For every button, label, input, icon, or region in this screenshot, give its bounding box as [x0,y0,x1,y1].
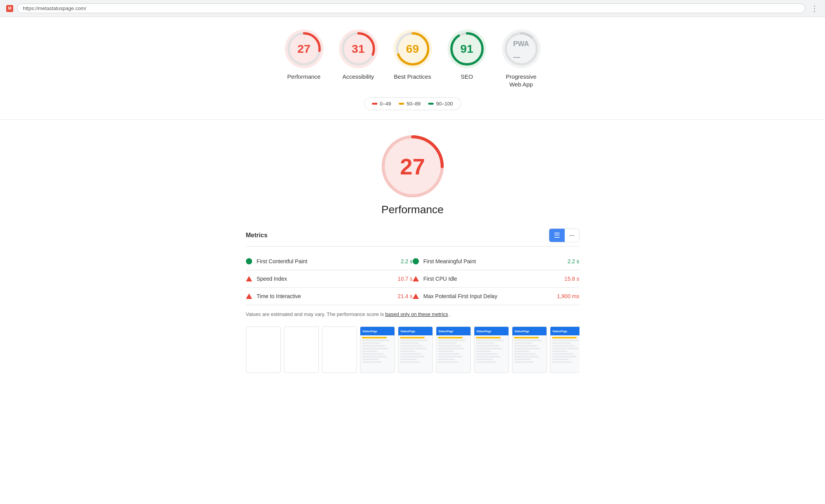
metric-icon-mpfid [413,293,419,299]
metric-name-fci: First CPU Idle [424,276,560,282]
metric-icon-tti [246,293,252,299]
disclaimer: Values are estimated and may vary. The p… [246,311,579,317]
filmstrip: StatusPage StatusPage [246,326,579,373]
score-best-practices[interactable]: 69 Best Practices [393,29,432,81]
metrics-grid: First Contentful Paint2.2 sFirst Meaning… [246,253,579,305]
metric-value-si: 10.7 s [398,276,412,282]
scores-row: 27 Performance 31 Accessibility 69 Best … [285,29,541,88]
metric-icon-fci [413,276,419,281]
metric-name-fcp: First Contentful Paint [257,258,396,264]
metrics-header: Metrics ☰ ─ [246,228,579,247]
legend-dot-medium [399,103,404,105]
filmstrip-frame-loaded: StatusPage [436,326,471,373]
metric-row-si: Speed Index10.7 s [246,270,413,288]
score-value-seo: 91 [460,42,473,55]
legend-item-high: 90–100 [428,101,453,107]
score-circle-performance: 27 [285,29,323,68]
score-pwa[interactable]: PWA— ProgressiveWeb App [502,29,541,88]
metric-name-mpfid: Max Potential First Input Delay [424,293,552,299]
metric-value-fcp: 2.2 s [401,258,412,264]
metric-value-fci: 15.8 s [564,276,579,282]
browser-chrome: M https://metastatuspage.com/ ⋮ [0,0,825,17]
metric-row-fmp: First Meaningful Paint2.2 s [413,253,579,270]
metric-icon-fcp [246,258,252,264]
filmstrip-frame-loaded: StatusPage [550,326,579,373]
big-score-label: Performance [381,204,443,216]
score-label-accessibility: Accessibility [342,73,374,81]
filmstrip-frame-empty [246,326,281,373]
score-value-performance: 27 [297,42,310,55]
disclaimer-link[interactable]: based only on these metrics [385,311,448,317]
metric-icon-si [246,276,252,281]
filmstrip-frame-empty [322,326,357,373]
main-content: 27 Performance Metrics ☰ ─ First Content… [238,120,587,388]
metric-row-tti: Time to Interactive21.4 s [246,288,413,305]
score-performance[interactable]: 27 Performance [285,29,323,81]
score-accessibility[interactable]: 31 Accessibility [339,29,378,81]
score-value-accessibility: 31 [352,42,365,55]
score-circle-accessibility: 31 [339,29,378,68]
list-view-toggle[interactable]: ─ [565,229,579,242]
metrics-title: Metrics [246,232,268,239]
filmstrip-frame-loaded: StatusPage [512,326,547,373]
score-circle-seo: 91 [448,29,486,68]
grid-view-toggle[interactable]: ☰ [549,229,565,242]
legend-item-low: 0–49 [372,101,391,107]
filmstrip-frame-empty [284,326,319,373]
metric-name-tti: Time to Interactive [257,293,393,299]
filmstrip-frame-loaded: StatusPage [474,326,509,373]
browser-menu-icon[interactable]: ⋮ [811,4,819,13]
url-bar[interactable]: https://metastatuspage.com/ [17,3,805,13]
metric-row-fci: First CPU Idle15.8 s [413,270,579,288]
metric-row-fcp: First Contentful Paint2.2 s [246,253,413,270]
legend-dot-low [372,103,377,105]
big-score-value: 27 [400,154,425,180]
big-score-section: 27 Performance [246,135,579,216]
score-circle-best-practices: 69 [393,29,432,68]
score-label-performance: Performance [287,73,321,81]
metrics-section: Metrics ☰ ─ First Contentful Paint2.2 sF… [246,228,579,317]
metric-icon-fmp [413,258,419,264]
legend-label-medium: 50–89 [406,101,420,107]
score-circle-pwa: PWA— [502,29,541,68]
score-label-best-practices: Best Practices [394,73,431,81]
big-score-circle: 27 [382,135,444,197]
metric-value-tti: 21.4 s [398,293,412,299]
metric-name-fmp: First Meaningful Paint [424,258,563,264]
filmstrip-frame-loaded: StatusPage [398,326,433,373]
legend-dot-high [428,103,434,105]
metric-row-mpfid: Max Potential First Input Delay1,900 ms [413,288,579,305]
score-label-seo: SEO [461,73,473,81]
score-value-best-practices: 69 [406,42,419,55]
score-label-pwa: ProgressiveWeb App [506,73,536,88]
metric-value-mpfid: 1,900 ms [557,293,579,299]
legend-item-medium: 50–89 [399,101,420,107]
legend-label-low: 0–49 [380,101,391,107]
scores-section: 27 Performance 31 Accessibility 69 Best … [0,17,825,120]
favicon: M [6,5,13,12]
legend-label-high: 90–100 [436,101,453,107]
filmstrip-frame-loaded: StatusPage [360,326,395,373]
metric-value-fmp: 2.2 s [567,258,579,264]
metric-name-si: Speed Index [257,276,393,282]
score-legend: 0–49 50–89 90–100 [364,97,461,110]
score-seo[interactable]: 91 SEO [448,29,486,81]
view-toggles: ☰ ─ [549,228,579,242]
score-value-pwa: PWA— [513,36,529,62]
